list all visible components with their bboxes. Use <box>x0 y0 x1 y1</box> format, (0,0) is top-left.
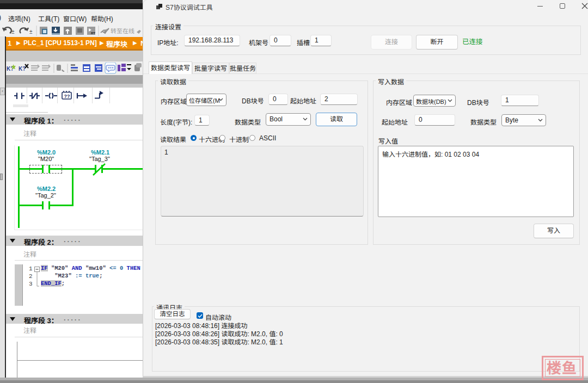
svg-text:±: ± <box>29 29 33 35</box>
svg-text:转至在线: 转至在线 <box>111 26 134 35</box>
svg-text:±: ± <box>11 29 15 35</box>
svg-text:??: ?? <box>64 94 70 99</box>
svg-text:K?: K? <box>19 66 26 72</box>
svg-text:RT: RT <box>91 32 95 35</box>
